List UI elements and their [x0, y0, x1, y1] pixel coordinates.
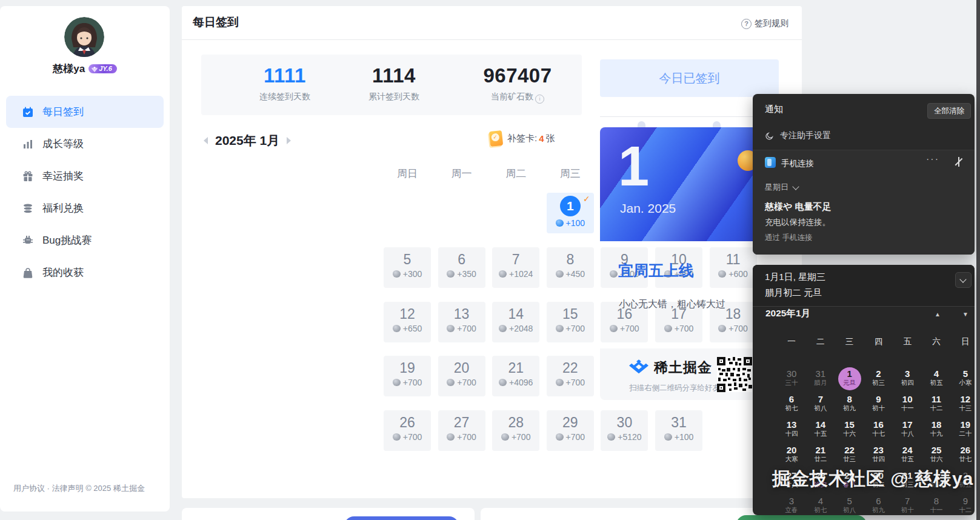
win-calendar-day-16[interactable]: 16十七: [864, 419, 893, 444]
win-calendar-day-22[interactable]: 22廿三: [835, 445, 864, 469]
win-day-lunar: 初七: [806, 506, 835, 514]
signin-day-19[interactable]: 19+700: [384, 356, 431, 396]
win-calendar-day-23[interactable]: 23廿四: [864, 445, 893, 469]
win-calendar-day-20[interactable]: 20大寒: [778, 445, 806, 469]
signin-day-21[interactable]: 21+4096: [492, 356, 539, 396]
signin-day-13[interactable]: 13+700: [438, 302, 485, 342]
resign-card-info[interactable]: 补签卡: 4 张: [490, 131, 555, 146]
win-day-number: 8: [922, 496, 951, 506]
signin-day-29[interactable]: 29+700: [547, 410, 594, 451]
sidebar-item-我的收获[interactable]: 我的收获: [6, 256, 164, 288]
sidebar-item-成长等级[interactable]: 成长等级: [6, 128, 164, 160]
signin-day-20[interactable]: 20+700: [438, 356, 485, 396]
win-calendar-day-12[interactable]: 12十三: [951, 394, 975, 418]
signin-day-6[interactable]: 6+350: [438, 247, 485, 288]
win-weekday-label: 四: [864, 336, 893, 347]
win-calendar-day-13[interactable]: 13十四: [778, 419, 806, 444]
screen: 慈様yaJY.6 每日签到成长等级幸运抽奖福利兑换Bug挑战赛我的收获 用户协议…: [0, 0, 980, 520]
daily-quote: 小心无大错，粗心铸大过: [619, 298, 725, 311]
win-calendar-day-9[interactable]: 9十二: [951, 496, 975, 515]
win-calendar-day-24[interactable]: 24廿五: [893, 445, 922, 469]
win-calendar-day-21[interactable]: 21廿二: [806, 445, 835, 469]
sidebar-item-每日签到[interactable]: 每日签到: [6, 96, 164, 128]
win-calendar-day-31[interactable]: 31腊月: [806, 368, 835, 393]
win-calendar-day-7[interactable]: 7初八: [806, 394, 835, 418]
ore-icon: [556, 270, 564, 278]
signin-day-30[interactable]: 30+5120: [601, 410, 648, 451]
ore-icon: [718, 270, 726, 278]
win-calendar-day-1[interactable]: 1元旦: [835, 368, 864, 393]
calendar-up-arrow[interactable]: ▲: [935, 311, 941, 318]
win-calendar-day-3[interactable]: 3初四: [893, 368, 922, 393]
signin-day-8[interactable]: 8+450: [547, 247, 594, 288]
weekday-label: 周三: [547, 167, 594, 181]
win-calendar-day-4[interactable]: 4初五: [922, 368, 951, 393]
signin-day-27[interactable]: 27+700: [438, 410, 485, 451]
win-calendar-day-7[interactable]: 7初十: [893, 496, 922, 515]
notification-group[interactable]: 星期日: [765, 182, 798, 193]
prev-month-arrow[interactable]: [204, 137, 208, 144]
win-calendar-day-5[interactable]: 5初八: [835, 496, 864, 515]
signin-day-22[interactable]: 22+700: [547, 356, 594, 396]
chart-icon: [22, 138, 34, 150]
win-calendar-day-3[interactable]: 3立春: [778, 496, 806, 515]
calendar-down-arrow[interactable]: ▼: [962, 311, 968, 318]
win-calendar-day-26[interactable]: 26廿七: [951, 445, 975, 469]
win-calendar-day-2[interactable]: 2初三: [864, 368, 893, 393]
gift-icon: [22, 170, 34, 182]
win-calendar-day-9[interactable]: 9初十: [864, 394, 893, 418]
day-bonus: +100: [655, 432, 702, 442]
signin-rules-link[interactable]: ? 签到规则: [741, 18, 788, 29]
signin-day-11[interactable]: 11+600: [710, 247, 757, 288]
stat-当前矿石数: 967407当前矿石数i: [463, 64, 572, 104]
win-calendar-day-8[interactable]: 8初九: [835, 394, 864, 418]
signin-day-1[interactable]: 1✓+100: [547, 193, 594, 233]
sidebar-item-label: 我的收获: [42, 265, 84, 279]
notification-panel: 通知 全部清除 专注助手设置 手机连接 ··· 星期日 慈様や 电量不足 充电以…: [753, 94, 975, 255]
next-month-arrow[interactable]: [287, 137, 291, 144]
day-bonus: +100: [547, 218, 594, 228]
collapse-calendar-button[interactable]: [955, 272, 972, 288]
sidebar-item-幸运抽奖[interactable]: 幸运抽奖: [6, 160, 164, 192]
win-calendar-day-4[interactable]: 4初七: [806, 496, 835, 515]
signin-day-14[interactable]: 14+2048: [492, 302, 539, 342]
win-calendar-day-18[interactable]: 18十九: [922, 419, 951, 444]
signed-in-today-button[interactable]: 今日已签到: [600, 59, 779, 97]
day-number: 6: [438, 252, 485, 267]
win-calendar-day-6[interactable]: 6初九: [864, 496, 893, 515]
signin-day-15[interactable]: 15+700: [547, 302, 594, 342]
win-calendar-day-6[interactable]: 6初七: [778, 394, 806, 418]
win-day-lunar: 二十: [951, 430, 975, 438]
win-calendar-day-15[interactable]: 15十六: [835, 419, 864, 444]
win-calendar-day-10[interactable]: 10十一: [893, 394, 922, 418]
clear-all-button[interactable]: 全部清除: [927, 103, 971, 119]
signin-day-5[interactable]: 5+300: [384, 247, 431, 288]
win-calendar-day-25[interactable]: 25廿六: [922, 445, 951, 469]
day-number: 20: [438, 360, 485, 376]
bottom-green-button[interactable]: [736, 515, 867, 520]
win-calendar-day-14[interactable]: 14十五: [806, 419, 835, 444]
signin-day-7[interactable]: 7+1024: [492, 247, 539, 288]
win-calendar-day-8[interactable]: 8十一: [922, 496, 951, 515]
win-calendar-day-17[interactable]: 17十八: [893, 419, 922, 444]
win-calendar-day-30[interactable]: 30三十: [778, 368, 806, 393]
bottom-blue-button[interactable]: [344, 516, 459, 520]
win-calendar-day-11[interactable]: 11十二: [922, 394, 951, 418]
win-calendar-day-5[interactable]: 5小寒: [951, 368, 975, 393]
focus-assist-settings[interactable]: 专注助手设置: [765, 130, 831, 141]
signin-day-28[interactable]: 28+700: [492, 410, 539, 451]
sidebar-item-Bug挑战赛[interactable]: Bug挑战赛: [6, 224, 164, 256]
signin-day-26[interactable]: 26+700: [384, 410, 431, 451]
sidebar-item-福利兑换[interactable]: 福利兑换: [6, 192, 164, 224]
signin-day-12[interactable]: 12+650: [384, 302, 431, 342]
signin-day-31[interactable]: 31+100: [655, 410, 702, 451]
info-icon[interactable]: i: [535, 95, 544, 104]
avatar[interactable]: [64, 17, 104, 57]
win-day-lunar: 十五: [806, 430, 835, 438]
close-icon[interactable]: [954, 157, 964, 167]
brand-name: 稀土掘金: [654, 358, 712, 377]
win-calendar-day-19[interactable]: 19二十: [951, 419, 975, 444]
notification-card[interactable]: 手机连接 ··· 星期日 慈様や 电量不足 充电以保持连接。 通过 手机连接: [753, 150, 975, 255]
calendar-lunar-line: 腊月初二 元旦: [765, 287, 822, 299]
more-options-icon[interactable]: ···: [926, 154, 939, 165]
